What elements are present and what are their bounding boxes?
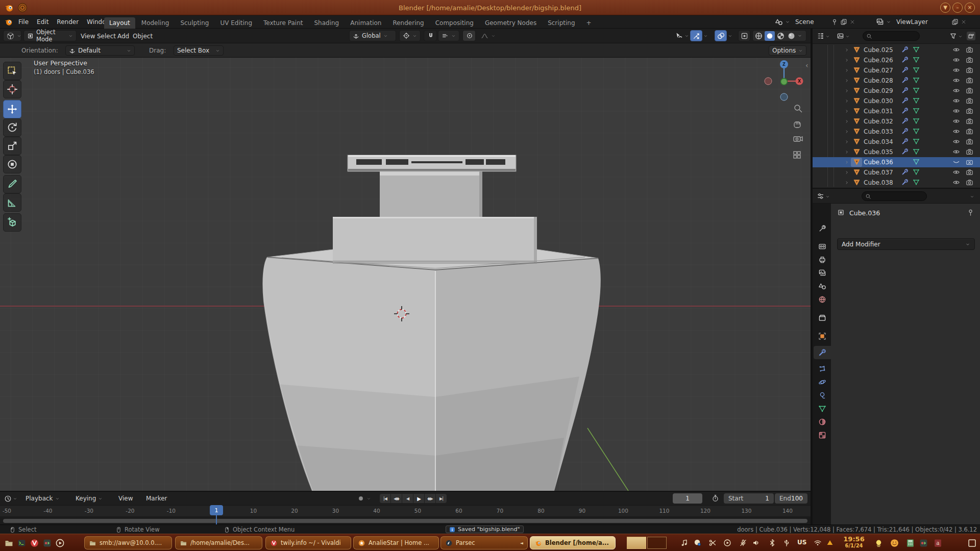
editor-type-button[interactable]	[3, 30, 21, 41]
outliner-row-cube.034[interactable]: Cube.034	[813, 137, 980, 147]
tray-media-app-icon[interactable]	[919, 538, 928, 548]
chevron-down-icon[interactable]	[797, 33, 802, 38]
taskbar-window-5[interactable]: Parsec◄	[440, 536, 528, 549]
outliner-row-cube.033[interactable]: Cube.033	[813, 127, 980, 137]
outliner-row-cube.026[interactable]: Cube.026	[813, 55, 980, 65]
properties-tab-physics[interactable]	[814, 375, 831, 389]
pivot-dropdown[interactable]	[399, 30, 421, 41]
timeline-scrollbar[interactable]	[3, 519, 807, 523]
timeline-ruler[interactable]: -50-40-30-20-101020304050607080901001101…	[0, 505, 811, 516]
shading-rendered-button[interactable]	[787, 31, 796, 41]
chevron-down-icon[interactable]	[825, 194, 830, 199]
expand-icon[interactable]	[844, 78, 849, 83]
proportional-editing-toggle[interactable]	[462, 30, 476, 41]
outliner-search-input[interactable]	[863, 31, 920, 41]
expand-icon[interactable]	[844, 160, 849, 165]
playhead[interactable]: 1	[210, 505, 223, 515]
unlink-scene-icon[interactable]	[849, 19, 855, 25]
disable-render-toggle[interactable]	[966, 138, 973, 145]
chevron-down-icon[interactable]	[845, 34, 850, 39]
disable-render-toggle[interactable]	[966, 158, 973, 166]
close-button[interactable]: ×	[965, 3, 975, 13]
workspace-tab-texture-paint[interactable]: Texture Paint	[258, 17, 308, 29]
falloff-dropdown[interactable]	[478, 30, 497, 41]
filter-icon[interactable]	[949, 32, 957, 40]
tool-select-box-button[interactable]	[3, 62, 21, 80]
outliner-row-cube.031[interactable]: Cube.031	[813, 106, 980, 116]
disable-render-toggle[interactable]	[966, 179, 973, 186]
properties-tab-scene[interactable]	[814, 280, 831, 293]
tray-scissors-icon[interactable]	[708, 539, 717, 547]
outliner-row-cube.025[interactable]: Cube.025	[813, 45, 980, 55]
outliner-row-cube.029[interactable]: Cube.029	[813, 86, 980, 96]
new-collection-button[interactable]	[967, 32, 975, 40]
tool-transform-button[interactable]	[3, 155, 21, 173]
expand-icon[interactable]	[844, 149, 849, 155]
tool-measure-button[interactable]	[3, 193, 21, 212]
xray-toggle[interactable]	[738, 30, 750, 41]
workspace-tab-animation[interactable]: Animation	[345, 17, 386, 29]
workspace-tab-scripting[interactable]: Scripting	[543, 17, 580, 29]
chevron-down-icon[interactable]	[825, 34, 830, 39]
next-keyframe-button[interactable]: ◆▶	[425, 494, 435, 503]
workspace-tab-rendering[interactable]: Rendering	[387, 17, 429, 29]
tray-volume-icon[interactable]	[752, 539, 760, 547]
chevron-down-icon[interactable]	[728, 34, 732, 38]
display-mode-icon[interactable]	[837, 32, 844, 40]
hide-viewport-toggle[interactable]	[952, 168, 960, 176]
workspace-tab-sculpting[interactable]: Sculpting	[175, 17, 214, 29]
workspace-tab-geometry-nodes[interactable]: Geometry Nodes	[480, 17, 542, 29]
disable-render-toggle[interactable]	[966, 56, 973, 64]
tray-bluetooth-icon[interactable]	[768, 539, 776, 547]
tool-annotate-button[interactable]	[3, 175, 21, 193]
chevron-down-icon[interactable]	[684, 34, 689, 38]
tray-calculator-icon[interactable]	[905, 538, 915, 548]
outliner-row-cube.036[interactable]: Cube.036	[813, 157, 980, 167]
jump-to-start-button[interactable]: |◀	[380, 494, 390, 503]
taskbar-clock[interactable]: 19:56 6/1/24	[837, 536, 871, 548]
tool-scale-button[interactable]	[3, 137, 21, 155]
expand-icon[interactable]	[844, 68, 849, 73]
shading-material-button[interactable]	[776, 31, 786, 41]
disable-render-toggle[interactable]	[966, 97, 973, 105]
overlays-toggle[interactable]	[715, 30, 727, 41]
snap-toggle[interactable]	[424, 30, 437, 41]
jump-to-end-button[interactable]: ▶|	[436, 494, 447, 503]
tool-add-cube-button[interactable]	[3, 213, 21, 232]
remove-viewlayer-icon[interactable]	[961, 19, 967, 25]
viewport-menu-object[interactable]: Object	[130, 29, 156, 43]
disable-render-toggle[interactable]	[966, 168, 973, 176]
pin-icon[interactable]	[831, 18, 838, 26]
properties-tab-render[interactable]	[814, 240, 831, 253]
new-viewlayer-icon[interactable]	[951, 18, 959, 26]
expand-icon[interactable]	[844, 109, 849, 114]
outliner-row-cube.030[interactable]: Cube.030	[813, 96, 980, 106]
taskbar-window-1[interactable]: smb://awv@10.0.0....	[84, 536, 172, 549]
collapse-panel-arrow[interactable]: ‹	[805, 61, 808, 69]
drag-mode-dropdown[interactable]: Select Box	[174, 45, 224, 56]
tray-wifi-icon[interactable]	[814, 539, 822, 547]
properties-tab-constraints[interactable]	[814, 389, 831, 402]
disable-render-toggle[interactable]	[966, 117, 973, 125]
taskbar-window-3[interactable]: twily.info ~/ - Vivaldi	[265, 536, 351, 549]
snap-settings-dropdown[interactable]	[438, 30, 459, 41]
disable-render-toggle[interactable]	[966, 46, 973, 54]
hide-viewport-toggle[interactable]	[952, 56, 960, 64]
workspace-pager-cell-1[interactable]	[627, 537, 646, 549]
launcher-vivaldi-icon[interactable]	[30, 538, 39, 548]
viewport-3d[interactable]: X Z ‹	[0, 58, 811, 491]
workspace-tab-shading[interactable]: Shading	[309, 17, 344, 29]
expand-icon[interactable]	[844, 170, 849, 175]
workspace-tab-compositing[interactable]: Compositing	[430, 17, 479, 29]
current-frame-field[interactable]: 1	[673, 493, 702, 504]
hide-viewport-toggle[interactable]	[952, 117, 960, 125]
tool-cursor-button[interactable]	[3, 80, 21, 98]
menu-edit[interactable]: Edit	[33, 15, 53, 29]
disable-render-toggle[interactable]	[966, 128, 973, 135]
shading-solid-button[interactable]	[765, 31, 775, 41]
expand-icon[interactable]	[844, 98, 849, 104]
launcher-file-manager-icon[interactable]	[4, 538, 14, 548]
disable-render-toggle[interactable]	[966, 87, 973, 94]
pin-id-icon[interactable]	[967, 209, 974, 216]
keyboard-layout[interactable]: US	[797, 539, 806, 546]
